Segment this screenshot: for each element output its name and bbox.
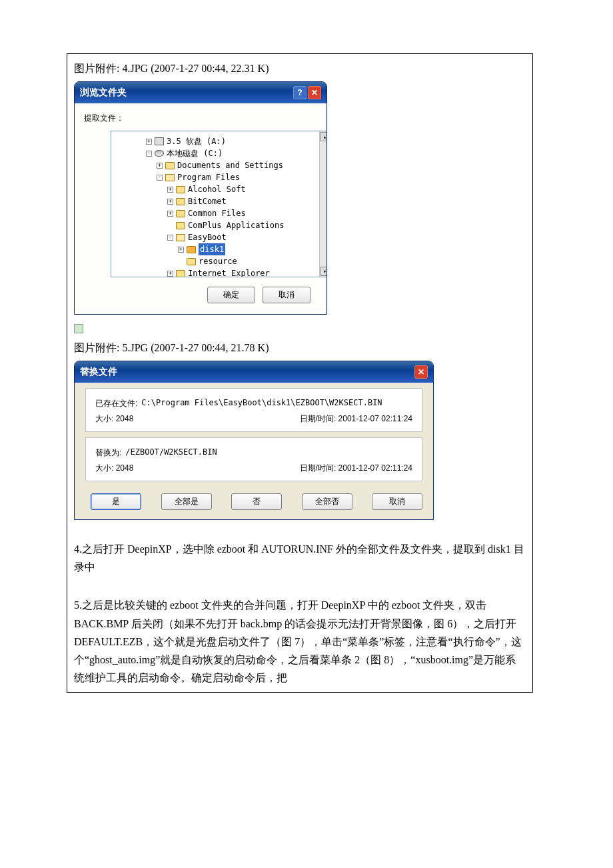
expand-toggle[interactable]: + xyxy=(157,163,163,169)
replace-size-value: 2048 xyxy=(116,463,134,473)
existing-date-value: 2001-12-07 02:11:24 xyxy=(338,414,412,423)
replace-with-label: 替换为: xyxy=(95,447,121,459)
attachment2-prefix: 图片附件: xyxy=(74,342,119,353)
folder-icon xyxy=(165,162,175,169)
tree-item[interactable]: +Common Files xyxy=(114,207,316,219)
expand-toggle[interactable]: + xyxy=(167,271,173,277)
expand-toggle[interactable]: - xyxy=(167,235,173,241)
tree-item[interactable]: -EasyBoot xyxy=(114,231,316,243)
tree-item-label: BitComet xyxy=(188,195,227,207)
folder-icon xyxy=(176,210,185,217)
attachment1-name: 4.JPG xyxy=(122,63,148,74)
tree-item-label: Common Files xyxy=(188,207,246,219)
tree-item[interactable]: +Internet Explorer xyxy=(114,267,316,277)
expand-toggle[interactable]: + xyxy=(146,139,152,145)
tree-item-label: Documents and Settings xyxy=(177,159,283,171)
replace-title: 替换文件 xyxy=(80,366,117,378)
tree-item[interactable]: +disk1 xyxy=(114,243,316,255)
folder-icon xyxy=(176,270,185,277)
folder-icon xyxy=(176,222,185,229)
floppy-icon xyxy=(155,137,164,145)
folder-icon xyxy=(176,186,185,193)
tree-item-label: ComPlus Applications xyxy=(188,219,285,231)
existing-file-path: C:\Program Files\EasyBoot\disk1\EZBOOT\W… xyxy=(141,398,382,409)
tree-item-label: EasyBoot xyxy=(188,231,227,243)
help-button[interactable]: ? xyxy=(293,86,306,99)
image-placeholder-icon xyxy=(74,324,83,333)
replace-size-label: 大小: xyxy=(95,463,113,473)
close-button[interactable]: ✕ xyxy=(308,86,321,99)
close-button[interactable]: ✕ xyxy=(414,365,428,379)
folder-sel-icon xyxy=(187,246,196,253)
replace-cancel-button[interactable]: 取消 xyxy=(372,493,422,510)
yes-all-button[interactable]: 全部是 xyxy=(161,493,212,510)
tree-item[interactable]: +Documents and Settings xyxy=(114,159,316,171)
tree-item[interactable]: -本地磁盘 (C:) xyxy=(114,147,316,159)
replace-date-label: 日期/时间: xyxy=(300,463,336,473)
folder-tree[interactable]: +3.5 软盘 (A:)-本地磁盘 (C:)+Documents and Set… xyxy=(111,131,327,277)
folder-icon xyxy=(187,258,196,265)
disk-icon xyxy=(155,150,164,157)
expand-toggle[interactable]: + xyxy=(167,199,173,205)
tree-item-label: disk1 xyxy=(199,243,225,255)
tree-item-label: 3.5 软盘 (A:) xyxy=(167,135,226,147)
existing-date-label: 日期/时间: xyxy=(300,414,336,423)
replace-with-group: 替换为: /EZBOOT/W2KSECT.BIN 大小: 2048 日期/时间:… xyxy=(85,437,422,481)
browse-prompt: 提取文件： xyxy=(84,113,317,124)
tree-item[interactable]: ComPlus Applications xyxy=(114,219,316,231)
folder-open-icon xyxy=(165,174,175,181)
scroll-up-button[interactable]: ▴ xyxy=(320,132,328,141)
existing-size-label: 大小: xyxy=(95,414,113,423)
replace-titlebar[interactable]: 替换文件 ✕ xyxy=(75,361,433,383)
tree-item[interactable]: +Alcohol Soft xyxy=(114,183,316,195)
tree-item-label: resource xyxy=(199,255,237,267)
attachment1-caption: 图片附件: 4.JPG (2007-1-27 00:44, 22.31 K) xyxy=(74,62,526,76)
no-all-button[interactable]: 全部否 xyxy=(302,493,352,510)
scrollbar[interactable]: ▴ ▾ xyxy=(319,131,327,277)
scroll-down-button[interactable]: ▾ xyxy=(320,267,328,276)
browse-title: 浏览文件夹 xyxy=(80,87,127,99)
tree-item-label: Alcohol Soft xyxy=(188,183,246,195)
tree-item-label: Internet Explorer xyxy=(188,267,270,277)
attachment2-meta: (2007-1-27 00:44, 21.78 K) xyxy=(151,342,269,353)
existing-file-group: 已存在文件: C:\Program Files\EasyBoot\disk1\E… xyxy=(85,388,422,432)
replace-file-dialog: 替换文件 ✕ 已存在文件: C:\Program Files\EasyBoot\… xyxy=(74,361,434,520)
tree-item[interactable]: resource xyxy=(114,255,316,267)
browse-titlebar[interactable]: 浏览文件夹 ? ✕ xyxy=(75,82,326,103)
paragraph-4: 4.之后打开 DeepinXP，选中除 ezboot 和 AUTORUN.INF… xyxy=(74,540,526,576)
replace-with-path: /EZBOOT/W2KSECT.BIN xyxy=(125,447,217,459)
attachment2-caption: 图片附件: 5.JPG (2007-1-27 00:44, 21.78 K) xyxy=(74,341,526,355)
folder-icon xyxy=(176,198,185,205)
replace-date-value: 2001-12-07 02:11:24 xyxy=(338,463,412,473)
ok-button[interactable]: 确定 xyxy=(207,287,255,303)
tree-item-label: 本地磁盘 (C:) xyxy=(167,147,223,159)
attachment1-prefix: 图片附件: xyxy=(74,63,119,74)
folder-open-icon xyxy=(176,234,185,241)
existing-size-value: 2048 xyxy=(116,414,134,423)
tree-item[interactable]: -Program Files xyxy=(114,171,316,183)
no-button[interactable]: 否 xyxy=(231,493,282,510)
expand-toggle[interactable]: + xyxy=(167,211,173,217)
yes-button[interactable]: 是 xyxy=(91,493,141,510)
cancel-button[interactable]: 取消 xyxy=(263,287,310,303)
tree-item[interactable]: +BitComet xyxy=(114,195,316,207)
attachment2-name: 5.JPG xyxy=(122,342,148,353)
expand-toggle[interactable]: + xyxy=(178,247,184,253)
existing-file-label: 已存在文件: xyxy=(95,398,137,409)
expand-toggle[interactable]: - xyxy=(157,175,163,181)
browse-folder-dialog: 浏览文件夹 ? ✕ 提取文件： +3.5 软盘 (A:)-本地磁盘 (C:)+D… xyxy=(74,81,327,315)
tree-item-label: Program Files xyxy=(177,171,240,183)
paragraph-5: 5.之后是比较关键的 ezboot 文件夹的合并问题，打开 DeepinXP 中… xyxy=(74,596,526,687)
attachment1-meta: (2007-1-27 00:44, 22.31 K) xyxy=(151,63,269,74)
expand-toggle[interactable]: + xyxy=(167,187,173,193)
expand-toggle[interactable]: - xyxy=(146,151,152,157)
tree-item[interactable]: +3.5 软盘 (A:) xyxy=(114,135,316,147)
